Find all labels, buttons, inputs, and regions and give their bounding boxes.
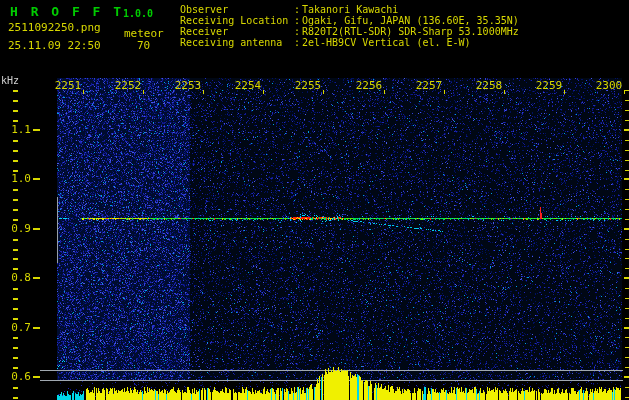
mode-label: meteor (124, 28, 164, 39)
time-axis-label: 2256 (356, 80, 383, 91)
freq-axis-label: 0.9 (0, 223, 31, 234)
time-axis-label: 2253 (175, 80, 202, 91)
info-value: R820T2(RTL-SDR) SDR-Sharp 53.1000MHz (302, 26, 519, 37)
app-title: H R O F F T (10, 6, 124, 17)
time-axis-label: 2252 (115, 80, 142, 91)
info-colon: : (294, 15, 302, 26)
time-axis-label: 2254 (235, 80, 262, 91)
info-row-location: Receiving Location:Ogaki, Gifu, JAPAN (1… (180, 15, 519, 26)
info-value: Ogaki, Gifu, JAPAN (136.60E, 35.35N) (302, 15, 519, 26)
info-value: Takanori Kawachi (302, 4, 398, 15)
freq-axis-label: 0.8 (0, 272, 31, 283)
info-label: Receiver (180, 26, 294, 37)
time-axis-label: 2300 (596, 80, 623, 91)
time-axis-label: 2251 (55, 80, 82, 91)
info-value: 2el-HB9CV Vertical (el. E-W) (302, 37, 471, 48)
info-colon: : (294, 4, 302, 15)
spectrogram-canvas (0, 0, 629, 400)
info-colon: : (294, 37, 302, 48)
freq-axis-label: 0.7 (0, 322, 31, 333)
info-label: Receiving antenna (180, 37, 294, 48)
time-axis-label: 2258 (476, 80, 503, 91)
freq-axis-label: 1.1 (0, 124, 31, 135)
info-row-antenna: Receiving antenna:2el-HB9CV Vertical (el… (180, 37, 519, 48)
hrofft-screen: H R O F F T 1.0.0 2511092250.png meteor … (0, 0, 629, 400)
info-row-observer: Observer:Takanori Kawachi (180, 4, 519, 15)
time-axis-label: 2257 (416, 80, 443, 91)
freq-axis-label: 0.6 (0, 371, 31, 382)
info-colon: : (294, 26, 302, 37)
app-version: 1.0.0 (123, 8, 153, 19)
freq-axis-label: 1.0 (0, 173, 31, 184)
freq-unit-label: kHz (1, 75, 19, 86)
time-axis-label: 2259 (536, 80, 563, 91)
info-row-receiver: Receiver:R820T2(RTL-SDR) SDR-Sharp 53.10… (180, 26, 519, 37)
meteor-count: 70 (137, 40, 150, 51)
time-axis-label: 2255 (295, 80, 322, 91)
station-info-block: Observer:Takanori Kawachi Receiving Loca… (180, 4, 519, 48)
capture-filename: 2511092250.png (8, 22, 101, 33)
capture-datetime: 25.11.09 22:50 (8, 40, 101, 51)
info-label: Observer (180, 4, 294, 15)
info-label: Receiving Location (180, 15, 294, 26)
